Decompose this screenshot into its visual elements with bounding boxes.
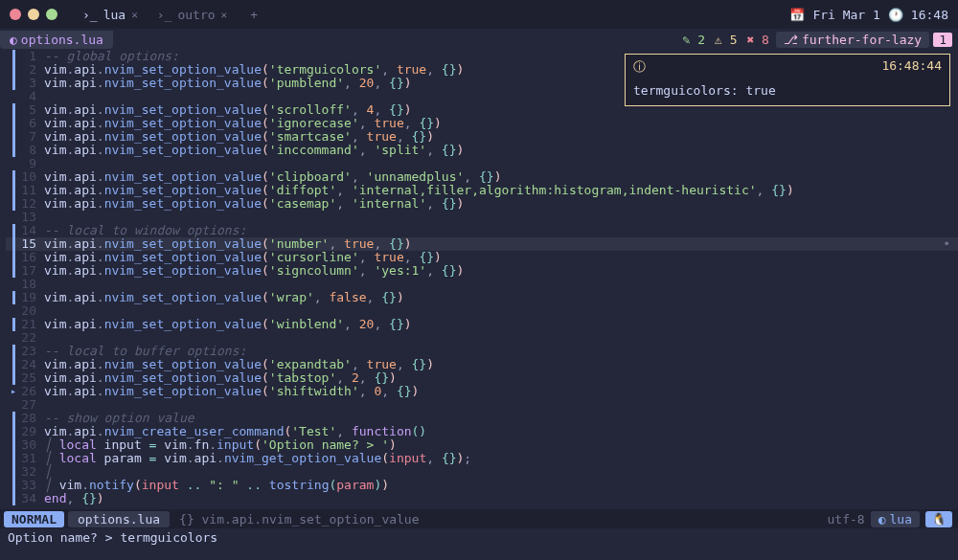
code-line[interactable]: 24vim.api.nvim_set_option_value('expandt…	[6, 358, 958, 371]
code-line[interactable]: 21vim.api.nvim_set_option_value('winblen…	[6, 318, 958, 331]
code-content[interactable]: │ local param = vim.api.nvim_get_option_…	[44, 452, 958, 465]
git-sign-bar	[12, 465, 15, 479]
code-content[interactable]: vim.api.nvim_set_option_value('wrap', fa…	[44, 291, 958, 304]
window-tab[interactable]: ›_lua✕	[73, 4, 148, 26]
code-line[interactable]: 30│ local input = vim.fn.input('Option n…	[6, 438, 958, 452]
code-content[interactable]: vim.api.nvim_set_option_value('clipboard…	[44, 170, 958, 184]
code-content[interactable]: vim.api.nvim_set_option_value('winblend'…	[44, 318, 958, 331]
code-content[interactable]: │ local input = vim.fn.input('Option nam…	[44, 438, 958, 452]
code-content[interactable]	[44, 211, 958, 224]
maximize-window-button[interactable]	[46, 9, 57, 20]
code-content[interactable]: vim.api.nvim_set_option_value('tabstop',…	[44, 371, 958, 385]
code-content[interactable]: │	[44, 465, 958, 479]
statusline: NORMAL options.lua {} vim.api.nvim_set_o…	[0, 509, 958, 528]
line-number: 25	[21, 371, 44, 385]
git-branch-pill[interactable]: ⎇ further-for-lazy	[776, 32, 929, 48]
code-line[interactable]: 19vim.api.nvim_set_option_value('wrap', …	[6, 291, 958, 304]
gutter	[6, 170, 21, 184]
code-content[interactable]: │ vim.notify(input .. ": " .. tostring(p…	[44, 479, 958, 492]
code-content[interactable]: vim.api.nvim_set_option_value('casemap',…	[44, 197, 958, 211]
code-line[interactable]: 23-- local to buffer options:	[6, 345, 958, 358]
code-line[interactable]: 7vim.api.nvim_set_option_value('smartcas…	[6, 130, 958, 144]
close-icon[interactable]: ✕	[131, 9, 138, 21]
gutter	[6, 237, 21, 251]
code-content[interactable]: -- local to buffer options:	[44, 345, 958, 358]
branch-count-badge: 1	[933, 33, 952, 47]
code-line[interactable]: 11vim.api.nvim_set_option_value('diffopt…	[6, 184, 958, 197]
code-content[interactable]: vim.api.nvim_set_option_value('expandtab…	[44, 358, 958, 371]
code-content[interactable]	[44, 157, 958, 170]
code-line[interactable]: 15vim.api.nvim_set_option_value('number'…	[6, 237, 958, 251]
buffer-tab[interactable]: ◐ options.lua	[0, 31, 113, 49]
code-line[interactable]: 10vim.api.nvim_set_option_value('clipboa…	[6, 170, 958, 184]
code-content[interactable]: vim.api.nvim_set_option_value('shiftwidt…	[44, 385, 958, 398]
gutter: ▸	[6, 385, 21, 398]
git-sign-bar	[12, 318, 15, 331]
line-number: 2	[21, 63, 44, 77]
code-line[interactable]: 8vim.api.nvim_set_option_value('inccomma…	[6, 144, 958, 157]
code-line[interactable]: 25vim.api.nvim_set_option_value('tabstop…	[6, 371, 958, 385]
line-number: 16	[21, 251, 44, 264]
window-tab[interactable]: ›_outro✕	[148, 4, 237, 26]
code-line[interactable]: 28-- show option value	[6, 412, 958, 425]
code-content[interactable]: vim.api.nvim_create_user_command('Test',…	[44, 425, 958, 438]
code-line[interactable]: 27	[6, 398, 958, 412]
code-line[interactable]: 33│ vim.notify(input .. ": " .. tostring…	[6, 479, 958, 492]
git-sign-bar	[12, 425, 15, 438]
git-sign-triangle: ▸	[11, 385, 16, 398]
new-tab-button[interactable]: +	[244, 8, 263, 22]
code-line[interactable]: 32│	[6, 465, 958, 479]
code-line[interactable]: 13	[6, 211, 958, 224]
git-sign-bar	[12, 237, 15, 251]
git-sign-bar	[12, 103, 15, 117]
code-line[interactable]: ▸26vim.api.nvim_set_option_value('shiftw…	[6, 385, 958, 398]
code-line[interactable]: 34end, {})	[6, 492, 958, 505]
branch-name: further-for-lazy	[802, 33, 922, 47]
close-window-button[interactable]	[10, 9, 21, 20]
line-number: 34	[21, 492, 44, 505]
code-content[interactable]: end, {})	[44, 492, 958, 505]
command-line[interactable]: Option name? > termguicolors	[0, 528, 958, 548]
code-line[interactable]: 31│ local param = vim.api.nvim_get_optio…	[6, 452, 958, 465]
code-line[interactable]: 22	[6, 331, 958, 345]
code-content[interactable]: vim.api.nvim_set_option_value('cursorlin…	[44, 251, 958, 264]
code-line[interactable]: 18	[6, 278, 958, 291]
date-label: Fri Mar 1	[812, 8, 879, 22]
code-content[interactable]	[44, 331, 958, 345]
close-icon[interactable]: ✕	[221, 9, 228, 21]
code-line[interactable]: 12vim.api.nvim_set_option_value('casemap…	[6, 197, 958, 211]
code-content[interactable]	[44, 398, 958, 412]
git-sign-bar	[12, 345, 15, 358]
code-line[interactable]: 9	[6, 157, 958, 170]
code-content[interactable]: vim.api.nvim_set_option_value('signcolum…	[44, 264, 958, 278]
code-line[interactable]: 17vim.api.nvim_set_option_value('signcol…	[6, 264, 958, 278]
code-content[interactable]	[44, 278, 958, 291]
minimize-window-button[interactable]	[28, 9, 39, 20]
code-content[interactable]: vim.api.nvim_set_option_value('smartcase…	[44, 130, 958, 144]
code-line[interactable]: 14-- local to window options:	[6, 224, 958, 237]
code-content[interactable]: vim.api.nvim_set_option_value('diffopt',…	[44, 184, 958, 197]
git-sign-bar	[12, 492, 15, 505]
code-line[interactable]: 6vim.api.nvim_set_option_value('ignoreca…	[6, 117, 958, 130]
code-content[interactable]: vim.api.nvim_set_option_value('number', …	[44, 237, 958, 251]
encoding-label: utf-8	[828, 512, 865, 526]
clock-icon: 🕐	[888, 8, 903, 22]
code-line[interactable]: 20	[6, 304, 958, 318]
gutter	[6, 412, 21, 425]
code-content[interactable]	[44, 304, 958, 318]
code-content[interactable]: -- show option value	[44, 412, 958, 425]
code-line[interactable]: 16vim.api.nvim_set_option_value('cursorl…	[6, 251, 958, 264]
cmdline-input[interactable]: termguicolors	[120, 530, 217, 545]
editor-pane[interactable]: 1-- global options:2vim.api.nvim_set_opt…	[0, 50, 958, 505]
code-content[interactable]: -- local to window options:	[44, 224, 958, 237]
gutter	[6, 77, 21, 90]
code-content[interactable]: vim.api.nvim_set_option_value('ignorecas…	[44, 117, 958, 130]
gutter	[6, 291, 21, 304]
gutter	[6, 197, 21, 211]
line-number: 19	[21, 291, 44, 304]
gutter	[6, 358, 21, 371]
code-content[interactable]: vim.api.nvim_set_option_value('inccomman…	[44, 144, 958, 157]
gutter	[6, 211, 21, 224]
tab-label: outro	[177, 8, 215, 22]
code-line[interactable]: 29vim.api.nvim_create_user_command('Test…	[6, 425, 958, 438]
